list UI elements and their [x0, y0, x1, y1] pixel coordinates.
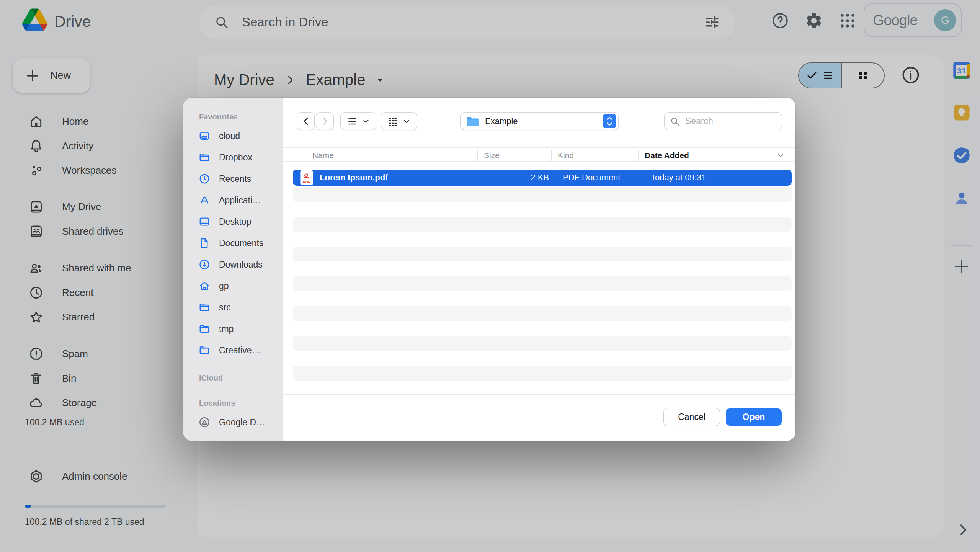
screen: Drive Google G New Home Activity Workspa… [0, 0, 980, 552]
locations-header: Locations [183, 395, 283, 412]
column-header-size[interactable]: Size [484, 148, 500, 163]
column-divider[interactable] [477, 150, 478, 161]
current-folder-label: Example [485, 116, 603, 126]
sidebar-item-recents[interactable]: Recents [183, 168, 283, 189]
sidebar-item-applications[interactable]: Applicati… [183, 189, 283, 211]
search-icon [670, 116, 680, 126]
group-grid-icon [387, 116, 399, 127]
file-list: PDF Lorem Ipsum.pdf 2 KB PDF Document To… [293, 162, 792, 394]
file-kind: PDF Document [563, 170, 620, 186]
folder-icon [466, 116, 480, 127]
sidebar-item-downloads[interactable]: Downloads [183, 254, 283, 275]
document-icon [198, 237, 211, 249]
chevron-down-icon [362, 117, 370, 126]
external-drive-icon [198, 130, 211, 142]
sidebar-item-dropbox[interactable]: Dropbox [183, 147, 283, 168]
file-name: Lorem Ipsum.pdf [320, 170, 388, 186]
column-divider[interactable] [551, 150, 552, 161]
column-header-kind[interactable]: Kind [558, 148, 574, 163]
sidebar-item-cloud[interactable]: cloud [183, 125, 283, 147]
sidebar-item-documents[interactable]: Documents [183, 232, 283, 254]
icloud-header: iCloud [183, 369, 283, 386]
list-bottom-border [283, 394, 795, 395]
current-folder-select[interactable]: Example [461, 113, 618, 130]
dialog-search-input[interactable] [684, 116, 776, 127]
app-store-icon [198, 194, 211, 206]
sidebar-item-google-drive[interactable]: Google D… [183, 412, 283, 433]
file-size: 2 KB [483, 170, 549, 186]
sidebar-item-gp[interactable]: gp [183, 275, 283, 297]
svg-text:PDF: PDF [303, 180, 310, 184]
folder-stepper-icon[interactable] [603, 114, 616, 128]
empty-file-row[interactable] [293, 336, 792, 351]
empty-file-row[interactable] [293, 366, 792, 381]
dialog-sidebar: Favourites cloud Dropbox Recents Applica… [183, 98, 283, 441]
folder-icon [198, 323, 211, 335]
group-by-dropdown[interactable] [381, 113, 416, 130]
column-header-date-added[interactable]: Date Added [645, 148, 689, 163]
pdf-file-icon: PDF [300, 170, 314, 186]
sidebar-item-desktop[interactable]: Desktop [183, 211, 283, 232]
forward-button[interactable] [316, 113, 333, 130]
empty-file-row[interactable] [293, 247, 792, 261]
file-row-selected[interactable]: PDF Lorem Ipsum.pdf 2 KB PDF Document To… [293, 170, 792, 186]
list-header: Name Size Kind Date Added [283, 147, 795, 162]
file-open-dialog: Favourites cloud Dropbox Recents Applica… [183, 98, 795, 441]
empty-file-row[interactable] [293, 187, 792, 202]
back-button[interactable] [297, 113, 314, 130]
view-mode-dropdown[interactable] [341, 113, 376, 130]
cancel-button[interactable]: Cancel [664, 408, 720, 426]
dialog-search-field[interactable] [665, 113, 782, 130]
favourites-header: Favourites [183, 108, 283, 125]
empty-file-row[interactable] [293, 276, 792, 291]
download-icon [198, 258, 211, 271]
open-button[interactable]: Open [726, 408, 782, 426]
chevron-right-icon [319, 116, 331, 127]
chevron-down-icon [402, 117, 411, 126]
home-icon [198, 280, 211, 292]
folder-icon [198, 301, 211, 314]
list-bullets-icon [346, 116, 358, 127]
empty-file-row[interactable] [293, 306, 792, 321]
clock-icon [198, 173, 211, 185]
sidebar-item-creative[interactable]: Creative… [183, 340, 283, 361]
folder-icon [198, 151, 211, 163]
column-header-name[interactable]: Name [312, 148, 334, 163]
folder-icon [198, 344, 211, 356]
google-drive-icon [198, 416, 211, 428]
column-divider[interactable] [638, 150, 639, 161]
file-date-added: Today at 09:31 [651, 170, 706, 186]
sidebar-item-tmp[interactable]: tmp [183, 318, 283, 340]
chevron-left-icon [300, 116, 312, 127]
empty-file-row[interactable] [293, 217, 792, 232]
desktop-icon [198, 216, 211, 228]
sort-chevron-icon[interactable] [776, 151, 785, 160]
sidebar-item-src[interactable]: src [183, 297, 283, 318]
